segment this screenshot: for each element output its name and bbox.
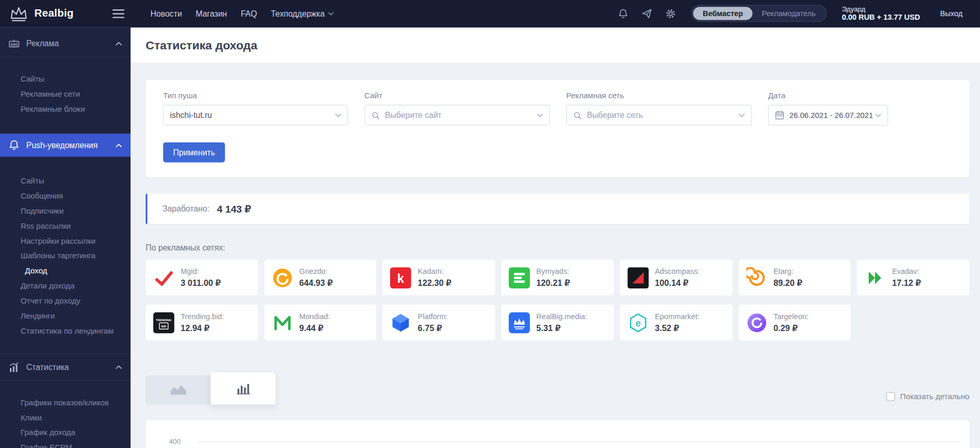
sidebar-item[interactable]: Лендинги [0,309,131,324]
sidebar-section-2[interactable]: Статистика [0,353,131,381]
sidebar: ADSРекламаСайтыРекламные сетиРекламные б… [0,28,131,448]
sidebar-section-label: Статистика [26,362,115,372]
network-field: Рекламная сеть Выберите сеть [566,91,752,125]
topnav-item-3[interactable]: Техподдержка [271,9,334,18]
topnav-item-2[interactable]: FAQ [241,9,257,18]
site-select[interactable]: Выберите сайт [364,105,550,126]
trending-logo-icon: TRENDINGBID [153,312,174,333]
mgid-logo-icon [153,267,174,288]
sidebar-item[interactable]: Детали дохода [0,279,131,294]
sidebar-item[interactable]: Подписчики [0,204,131,219]
settings-gear-icon[interactable] [665,8,677,20]
network-value: 3.52 ₽ [655,323,700,333]
network-card: Platform:6.75 ₽ [383,305,495,340]
brand[interactable]: Realbig [9,5,74,22]
chart-type-toggle [146,372,276,404]
topnav-item-1[interactable]: Магазин [196,9,227,18]
network-card: RealBig.media:5.31 ₽ [501,305,614,340]
chevron-down-icon [739,113,745,117]
page-title: Статистика дохода [146,38,257,52]
svg-text:TRENDING: TRENDING [156,318,172,321]
earnings-card: Заработано: 4 143 ₽ [146,193,970,224]
date-range-picker[interactable]: 26.06.2021 - 26.07.2021 [768,105,888,126]
network-value: 122.30 ₽ [418,278,451,288]
role-webmaster-button[interactable]: Вебмастер [693,7,752,20]
network-card: TRENDINGBIDTrending.bid:12.94 ₽ [146,305,258,340]
sidebar-item[interactable]: График ECPM [0,440,131,448]
role-toggle: Вебмастер Рекламодатель [691,5,827,22]
network-card: Adscompass:100.14 ₽ [620,260,732,295]
chevron-down-icon [335,113,341,117]
network-card: Gnezdo:644.93 ₽ [264,260,377,295]
chart-gridline [197,441,960,442]
network-name: Targeleon: [773,312,808,321]
gnezdo-logo-icon [272,267,293,288]
svg-text:BID: BID [161,325,166,328]
show-detail-toggle[interactable]: Показать детально [886,392,969,405]
network-card: Etarg:89.20 ₽ [739,260,851,295]
page-header: Статистика дохода [131,28,980,63]
sidebar-item[interactable]: Клики [0,410,131,425]
network-value: 3 011.00 ₽ [180,278,221,288]
sidebar-item[interactable]: Шаблоны таргетинга [0,248,131,263]
network-name: Platform: [418,312,448,321]
epommarket-logo-icon: e [627,312,649,333]
main-content: Статистика дохода Тип пуша ishchi-tut.ru… [131,28,980,448]
notification-bell-icon[interactable] [618,8,629,20]
push-bell-icon [8,139,20,151]
sidebar-item[interactable]: Сайты [0,174,131,189]
sidebar-item[interactable]: График дохода [0,425,131,440]
sidebar-item[interactable]: Доход [0,263,131,279]
search-icon [371,111,380,120]
ads-icon: ADS [8,37,20,49]
hamburger-menu-icon[interactable] [112,9,124,18]
area-chart-icon [169,384,187,396]
sidebar-item[interactable]: Rss рассылки [0,219,131,234]
network-placeholder: Выберите сеть [587,111,643,120]
bymyads-logo-icon [509,267,530,288]
network-card: Targeleon:0.29 ₽ [739,305,851,340]
apply-button[interactable]: Применить [163,142,225,162]
bar-chart-tab[interactable] [211,372,276,404]
statistics-chart-icon [8,361,20,373]
topnav: НовостиМагазинFAQТехподдержка [150,9,334,18]
date-range-value: 26.06.2021 - 26.07.2021 [789,111,873,120]
sidebar-item[interactable]: Графики показов/кликов [0,396,131,411]
network-value: 9.44 ₽ [299,323,330,333]
push-type-select[interactable]: ishchi-tut.ru [163,105,349,126]
user-info[interactable]: Эдуард 0.00 RUB + 13.77 USD [842,4,920,23]
etarg-logo-icon [746,267,767,288]
filter-card: Тип пуша ishchi-tut.ru Сайт Выберите сай… [146,80,970,177]
kadam-logo-icon: k [390,267,411,288]
brand-name: Realbig [34,7,73,20]
sidebar-item[interactable]: Сообщения [0,189,131,204]
search-icon [573,111,582,120]
sidebar-item[interactable]: Рекламные блоки [0,102,131,117]
logout-link[interactable]: Выход [940,9,962,18]
sidebar-section-1[interactable]: Push-уведомления [0,134,131,156]
sidebar-item[interactable]: Рекламные сети [0,87,131,102]
role-advertiser-button[interactable]: Рекламодатель [752,7,825,20]
site-field: Сайт Выберите сайт [364,91,550,125]
network-value: 17.12 ₽ [892,278,921,288]
income-chart-card: 400 [146,420,970,448]
topnav-item-0[interactable]: Новости [150,9,182,18]
network-name: RealBig.media: [536,312,587,321]
network-select[interactable]: Выберите сеть [566,105,752,126]
chevron-down-icon [537,113,543,117]
network-name: Gnezdo: [299,267,332,276]
sidebar-item[interactable]: Настройки рассылки [0,233,131,248]
sidebar-item[interactable]: Сайты [0,72,131,87]
telegram-send-icon[interactable] [641,8,653,20]
sidebar-item[interactable]: Статистика по лендингам [0,323,131,338]
networks-grid: Mgid:3 011.00 ₽Gnezdo:644.93 ₽kKadam:122… [146,260,970,340]
network-name: Adscompass: [655,267,700,276]
sidebar-section-0[interactable]: ADSРеклама [0,30,131,58]
sidebar-item[interactable]: Отчет по доходу [0,294,131,309]
realbig-logo-icon [509,312,530,333]
show-detail-checkbox[interactable] [886,392,895,401]
area-chart-tab[interactable] [146,375,211,404]
network-value: 5.31 ₽ [536,323,587,333]
platform-logo-icon [390,312,411,333]
bar-chart-icon [235,383,251,394]
